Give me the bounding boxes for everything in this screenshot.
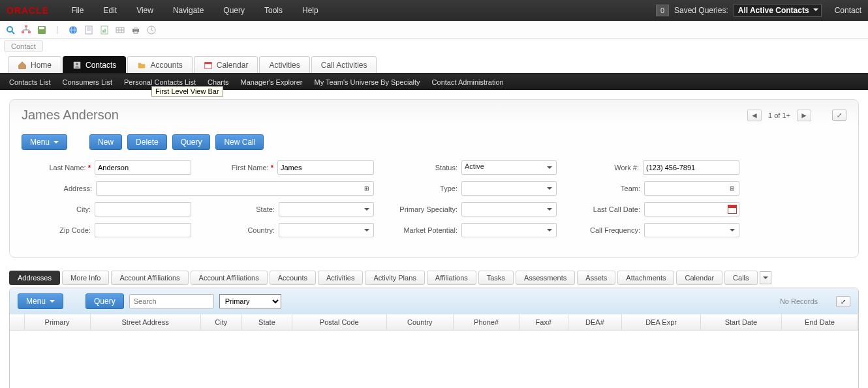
print-icon[interactable] <box>129 23 142 37</box>
market-potential-field[interactable] <box>461 223 557 237</box>
calendar-picker-icon[interactable] <box>728 205 737 214</box>
filter-select[interactable]: Primary <box>219 294 281 308</box>
page-icon[interactable] <box>82 23 95 37</box>
sec-tab-assessments[interactable]: Assessments <box>516 271 575 285</box>
saved-queries-select[interactable]: All Active Contacts <box>734 4 822 17</box>
tab-call-activities[interactable]: Call Activities <box>311 56 377 73</box>
record-panel: James Anderson ◄ 1 of 1+ ► ⤢ Menu New De… <box>9 99 859 258</box>
zip-field[interactable] <box>95 223 191 237</box>
report-icon[interactable] <box>98 23 111 37</box>
contact-link[interactable]: Contact <box>835 6 861 15</box>
svg-rect-16 <box>104 29 106 33</box>
saved-queries-count[interactable]: 0 <box>656 5 669 16</box>
menu-tools[interactable]: Tools <box>255 2 292 19</box>
sec-tab-addresses[interactable]: Addresses <box>9 271 60 285</box>
delete-button[interactable]: Delete <box>127 134 167 150</box>
picklist-icon[interactable]: ⊞ <box>727 183 737 194</box>
picklist-icon[interactable]: ⊞ <box>362 183 372 194</box>
prev-record-button[interactable]: ◄ <box>747 110 762 121</box>
state-field[interactable] <box>279 202 374 216</box>
sec-tab-activity-plans[interactable]: Activity Plans <box>365 271 424 285</box>
svg-rect-6 <box>39 27 44 29</box>
work-field[interactable] <box>643 160 739 175</box>
sec-tab-calendar[interactable]: Calendar <box>676 271 722 285</box>
menu-navigate[interactable]: Navigate <box>164 2 213 19</box>
call-frequency-field[interactable] <box>644 223 739 237</box>
sec-tab-accounts[interactable]: Accounts <box>270 271 316 285</box>
col-primary[interactable]: Primary <box>24 314 90 330</box>
tab-home[interactable]: Home <box>8 56 61 73</box>
logo: ORACLE <box>7 5 49 16</box>
menu-query[interactable]: Query <box>214 2 254 19</box>
query-button[interactable]: Query <box>172 134 211 150</box>
city-field[interactable] <box>95 202 191 216</box>
sec-tab-affiliations[interactable]: Affiliations <box>427 271 476 285</box>
sec-tab-more-info[interactable]: More Info <box>62 271 109 285</box>
col-dea-expr[interactable]: DEA Expr <box>622 314 700 330</box>
calendar-icon <box>204 61 213 70</box>
more-tabs-button[interactable] <box>760 271 771 284</box>
menu-help[interactable]: Help <box>293 2 328 19</box>
tab-label: Accounts <box>150 61 182 70</box>
child-query-button[interactable]: Query <box>85 293 124 309</box>
sec-tab-attachments[interactable]: Attachments <box>617 271 674 285</box>
sec-tab-assets[interactable]: Assets <box>577 271 615 285</box>
tab-activities[interactable]: Activities <box>259 56 309 73</box>
col-street[interactable]: Street Address <box>90 314 200 330</box>
first-name-field[interactable] <box>277 160 374 175</box>
col-end-date[interactable]: End Date <box>782 314 858 330</box>
child-expand-button[interactable]: ⤢ <box>836 296 850 307</box>
country-field[interactable] <box>279 223 374 237</box>
svg-rect-4 <box>28 31 31 33</box>
subnav-consumers-list[interactable]: Consumers List <box>63 76 112 89</box>
grid-icon[interactable] <box>114 23 127 37</box>
col-city[interactable]: City <box>200 314 241 330</box>
expand-button[interactable]: ⤢ <box>832 110 846 121</box>
search-icon[interactable] <box>4 23 17 37</box>
table-body-empty <box>10 331 858 389</box>
menu-edit[interactable]: Edit <box>94 2 126 19</box>
last-call-date-field[interactable] <box>644 202 739 216</box>
last-name-field[interactable] <box>95 160 191 175</box>
subnav-contact-admin[interactable]: Contact Administration <box>432 76 504 89</box>
type-field[interactable] <box>461 181 557 196</box>
sitemap-icon[interactable] <box>20 23 33 37</box>
button-row: Menu New Delete Query New Call <box>22 134 846 150</box>
search-input[interactable] <box>129 294 214 308</box>
sec-tab-activities[interactable]: Activities <box>318 271 363 285</box>
subnav-managers-explorer[interactable]: Manager's Explorer <box>240 76 302 89</box>
tab-contacts[interactable]: Contacts <box>63 56 126 73</box>
address-field[interactable]: ⊞ <box>96 181 374 196</box>
tab-calendar[interactable]: Calendar <box>194 56 258 73</box>
subnav-contacts-list[interactable]: Contacts List <box>9 76 51 89</box>
sec-tab-calls[interactable]: Calls <box>724 271 757 285</box>
sec-tab-account-affiliations-1[interactable]: Account Affiliations <box>111 271 188 285</box>
primary-specialty-field[interactable] <box>461 202 557 216</box>
team-field[interactable]: ⊞ <box>644 181 739 196</box>
child-menu-button[interactable]: Menu <box>18 293 63 309</box>
sec-tab-tasks[interactable]: Tasks <box>478 271 514 285</box>
new-button[interactable]: New <box>89 134 122 150</box>
col-start-date[interactable]: Start Date <box>700 314 781 330</box>
subnav-my-teams-universe[interactable]: My Team's Universe By Specialty <box>315 76 420 89</box>
next-record-button[interactable]: ► <box>797 110 811 121</box>
globe-icon[interactable] <box>67 23 80 37</box>
row-number-header <box>10 314 24 330</box>
col-postal[interactable]: Postal Code <box>292 314 386 330</box>
new-call-button[interactable]: New Call <box>215 134 264 150</box>
menu-view[interactable]: View <box>127 2 163 19</box>
label-type: Type: <box>387 185 457 192</box>
clock-icon[interactable] <box>145 23 158 37</box>
col-fax[interactable]: Fax# <box>519 314 568 330</box>
col-state[interactable]: State <box>242 314 292 330</box>
col-country[interactable]: Country <box>386 314 453 330</box>
col-phone[interactable]: Phone# <box>453 314 519 330</box>
status-field[interactable]: Active <box>461 160 557 175</box>
sec-tab-account-affiliations-2[interactable]: Account Affiliations <box>191 271 268 285</box>
save-icon[interactable] <box>35 23 48 37</box>
col-dea[interactable]: DEA# <box>568 314 622 330</box>
tab-accounts[interactable]: Accounts <box>127 56 192 73</box>
breadcrumb-item[interactable]: Contact <box>4 40 43 52</box>
menu-file[interactable]: File <box>62 2 93 19</box>
menu-button[interactable]: Menu <box>22 134 67 150</box>
